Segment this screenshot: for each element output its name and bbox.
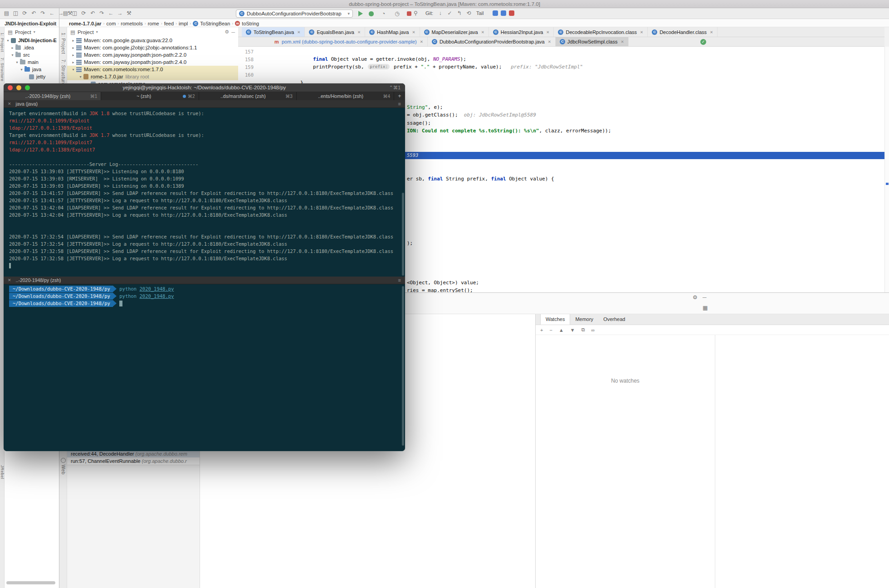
back-icon[interactable]: ← — [48, 9, 56, 17]
inspections-ok-icon[interactable] — [700, 39, 706, 45]
close-tab-icon[interactable]: ✕ — [420, 39, 423, 44]
editor-tab-mapdeserializer-java[interactable]: MapDeserializer.java✕ — [420, 27, 489, 37]
breadcrumb-item-rome-1-7-0-jar[interactable]: rome-1.7.0.jar — [69, 21, 102, 26]
tool-window-button-1-project[interactable]: 1: Project — [61, 33, 66, 54]
editor-error-stripe[interactable] — [884, 47, 889, 292]
scrollbar-thumb[interactable] — [6, 581, 55, 584]
tree-item-maven-com-google-guava-guava-22-0[interactable]: ▸Maven: com.google.guava:guava:22.0 — [67, 37, 238, 44]
open-project-icon[interactable]: ▤ — [62, 9, 69, 17]
undo-icon[interactable]: ↶ — [30, 9, 38, 17]
chevron-right-icon[interactable]: ▸ — [71, 46, 76, 50]
editor-tab-tostringbean-java[interactable]: ToStringBean.java✕ — [242, 27, 305, 37]
close-tab-icon[interactable]: ✕ — [481, 30, 484, 34]
editor-tab-pom-xml-dubbo-spring-boot-auto-configure-provider-sample[interactable]: pom.xml (dubbo-spring-boot-auto-configur… — [270, 37, 428, 46]
sync-icon[interactable]: ⟳ — [80, 9, 88, 17]
chevron-right-icon[interactable]: ▸ — [71, 60, 76, 64]
minimize-window-button[interactable] — [16, 85, 21, 90]
add-watch-icon[interactable]: + — [540, 327, 543, 333]
debug-tab-overhead[interactable]: Overhead — [598, 314, 630, 325]
tree-item-idea[interactable]: ▸.idea — [5, 44, 59, 51]
coverage-button[interactable]: ◔ — [380, 10, 387, 18]
debug-button[interactable] — [369, 11, 374, 16]
tree-item-jndi-injection-e[interactable]: ▾JNDI-Injection-E — [5, 37, 59, 44]
close-tab-icon[interactable]: ✕ — [357, 30, 361, 34]
scrollbar-thumb[interactable] — [402, 286, 404, 446]
redo-icon[interactable]: ↷ — [39, 9, 47, 17]
git-commit-icon[interactable]: ✓ — [446, 9, 454, 17]
tree-item-rome-1-7-0-jar[interactable]: ▾rome-1.7.0.jarlibrary root — [67, 73, 238, 80]
editor-tab-decodehandler-class[interactable]: DecodeHandler.class✕ — [648, 27, 718, 37]
close-pane-icon[interactable]: ✕ — [8, 102, 11, 106]
jrebel-icon[interactable] — [493, 10, 498, 16]
tree-item-src[interactable]: ▾src — [5, 51, 59, 58]
tree-item-maven-com-google-j2objc-j2objc-annotations-1-1[interactable]: ▸Maven: com.google.j2objc:j2objc-annotat… — [67, 44, 238, 51]
move-up-icon[interactable]: ▲ — [559, 327, 564, 333]
stack-frame[interactable]: received:44, DecodeHandler (org.apache.d… — [67, 450, 200, 457]
breadcrumb-item-jndi-injection-exploit[interactable]: JNDI-Injection-Exploit — [5, 21, 56, 26]
duplicate-watch-icon[interactable]: ⧉ — [581, 327, 585, 333]
remove-watch-icon[interactable]: − — [549, 327, 552, 333]
editor-tab-hessian2input-java[interactable]: Hessian2Input.java✕ — [489, 27, 554, 37]
new-tab-button[interactable]: + — [394, 92, 405, 100]
chevron-right-icon[interactable]: ▸ — [71, 53, 76, 57]
hide-panel-icon[interactable]: ─ — [231, 29, 235, 35]
profiler-button[interactable]: ◷ — [393, 10, 401, 18]
hide-panel-icon[interactable]: ─ — [703, 294, 707, 301]
chevron-down-icon[interactable]: ▾ — [10, 53, 15, 57]
xrebel-icon[interactable] — [501, 10, 506, 16]
close-tab-icon[interactable]: ✕ — [620, 39, 624, 44]
debug-tab-watches[interactable]: Watches — [540, 314, 570, 325]
tree-item-java[interactable]: ▾java — [5, 66, 59, 73]
chevron-right-icon[interactable]: ▸ — [71, 39, 76, 43]
project-panel-header[interactable]: ▤ Project ▾ — [5, 27, 59, 37]
editor-tab-hashmap-java[interactable]: HashMap.java✕ — [365, 27, 420, 37]
undo-icon[interactable]: ↶ — [89, 9, 97, 17]
chevron-down-icon[interactable]: ▾ — [15, 60, 20, 64]
execution-point-marker[interactable] — [886, 183, 889, 185]
terminal-tab-ents-home-bin-zsh[interactable]: ..ents/Home/bin (zsh)⌘4 — [297, 92, 394, 100]
tree-item-main[interactable]: ▾main — [5, 58, 59, 66]
tail-plugin-label[interactable]: Tail — [476, 10, 484, 16]
terminal-pane2[interactable]: ~/Downloads/dubbo-CVE-2020-1948/py pytho… — [4, 284, 405, 451]
sync-icon[interactable]: ⟳ — [21, 9, 29, 17]
terminal-titlebar[interactable]: yejingqi@yejingqis-Hacktoish: ~/Download… — [4, 83, 405, 92]
zoom-window-button[interactable] — [25, 85, 30, 90]
move-down-icon[interactable]: ▼ — [570, 327, 575, 333]
terminal-pane1[interactable]: Target environment(Build in JDK 1.8 whos… — [4, 108, 405, 277]
terminal-window[interactable]: yejingqi@yejingqis-Hacktoish: ~/Download… — [4, 83, 405, 451]
chevron-right-icon[interactable]: ▸ — [10, 46, 15, 50]
breadcrumb-item-impl[interactable]: impl — [179, 21, 188, 26]
back-icon[interactable]: ← — [107, 9, 115, 17]
settings-gear-icon[interactable]: ⚙ — [693, 294, 698, 301]
editor-tab-dubboautoconfigurationproviderbootstrap-java[interactable]: DubboAutoConfigurationProviderBootstrap.… — [428, 37, 556, 46]
breadcrumb-item-rometools[interactable]: rometools — [121, 21, 142, 26]
layout-icon[interactable]: ▦ — [703, 305, 708, 311]
close-tab-icon[interactable]: ✕ — [640, 30, 643, 34]
tool-window-button-jrebel[interactable]: JRebel — [0, 465, 4, 479]
search-icon[interactable]: ⚲ — [412, 9, 420, 17]
chevron-down-icon[interactable]: ▾ — [71, 68, 76, 72]
tool-window-button-7-structure[interactable]: 7: Structure — [61, 59, 66, 86]
close-tab-icon[interactable]: ✕ — [710, 30, 713, 34]
open-project-icon[interactable]: ▤ — [3, 9, 10, 17]
close-tab-icon[interactable]: ✕ — [297, 30, 300, 34]
menu-icon[interactable]: ≡ — [398, 277, 401, 283]
breadcrumb-item-com[interactable]: com — [107, 21, 116, 26]
breadcrumb-item-feed[interactable]: feed — [164, 21, 174, 26]
stop-button[interactable] — [407, 11, 411, 16]
git-update-icon[interactable]: ↓ — [436, 9, 444, 17]
close-window-button[interactable] — [8, 85, 13, 90]
close-tab-icon[interactable]: ✕ — [548, 39, 551, 44]
settings-gear-icon[interactable]: ⚙ — [225, 29, 229, 35]
close-tab-icon[interactable]: ✕ — [546, 30, 549, 34]
project-panel-header[interactable]: ▤ Project ▾ ⚙ ─ — [67, 27, 238, 37]
breadcrumb-item-tostringbean[interactable]: ToStringBean — [193, 21, 230, 26]
close-tab-icon[interactable]: ✕ — [412, 30, 415, 34]
editor-tab-jdbcrowsetimpl-class[interactable]: JdbcRowSetImpl.class✕ — [556, 37, 629, 46]
tree-item-maven-com-jayway-jsonpath-json-path-2-2-0[interactable]: ▸Maven: com.jayway.jsonpath:json-path:2.… — [67, 51, 238, 58]
tool-window-button-web[interactable]: Web — [61, 465, 66, 475]
show-watches-icon[interactable]: ∞ — [591, 327, 595, 333]
debug-tab-memory[interactable]: Memory — [570, 314, 598, 325]
editor-tab-decodeablerpcinvocation-class[interactable]: DecodeableRpcInvocation.class✕ — [554, 27, 648, 37]
git-history-icon[interactable]: ⟲ — [465, 9, 473, 17]
